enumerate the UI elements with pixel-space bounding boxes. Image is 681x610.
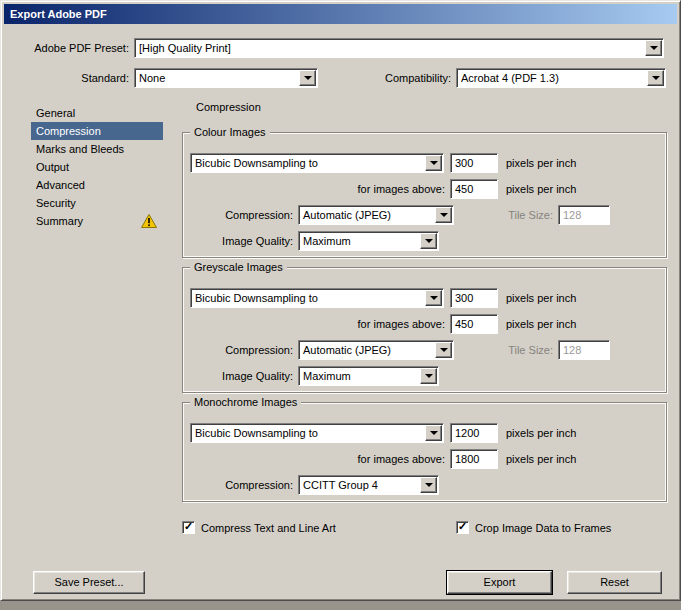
greyscale-compression-arrow-icon[interactable] [435, 342, 452, 358]
colour-above-input[interactable] [450, 179, 498, 199]
chevron-down-icon [430, 296, 438, 300]
colour-resolution-input[interactable] [450, 153, 498, 173]
greyscale-images-group: Greyscale Images Bicubic Downsampling to… [182, 267, 667, 393]
standard-dropdown-arrow-icon[interactable] [299, 70, 316, 86]
greyscale-above-input[interactable] [450, 314, 498, 334]
monochrome-above-input[interactable] [450, 449, 498, 469]
group-title: Monochrome Images [190, 395, 301, 409]
greyscale-compression-label: Compression: [188, 340, 293, 360]
standard-dropdown-value: None [135, 70, 299, 86]
compress-text-checkbox[interactable] [182, 521, 195, 534]
sidebar-item-label: Marks and Bleeds [36, 143, 124, 155]
colour-above-label: for images above: [335, 179, 445, 199]
colour-sampling-dropdown[interactable]: Bicubic Downsampling to [190, 153, 444, 173]
preset-dropdown-arrow-icon[interactable] [645, 40, 662, 56]
preset-dropdown[interactable]: [High Quality Print] [134, 38, 664, 58]
chevron-down-icon [304, 76, 312, 80]
greyscale-quality-label: Image Quality: [188, 366, 293, 386]
colour-resolution-unit: pixels per inch [506, 153, 576, 173]
sidebar-item-compression[interactable]: Compression [31, 122, 163, 140]
panel-title: Compression [196, 100, 261, 114]
greyscale-tile-size-input [558, 340, 610, 360]
compatibility-dropdown-arrow-icon[interactable] [647, 70, 664, 86]
monochrome-sampling-dropdown[interactable]: Bicubic Downsampling to [190, 423, 444, 443]
standard-dropdown[interactable]: None [134, 68, 318, 88]
colour-quality-dropdown[interactable]: Maximum [298, 231, 439, 251]
compatibility-dropdown[interactable]: Acrobat 4 (PDF 1.3) [456, 68, 666, 88]
colour-sampling-arrow-icon[interactable] [425, 155, 442, 171]
monochrome-compression-arrow-icon[interactable] [420, 477, 437, 493]
sidebar: General Compression Marks and Bleeds Out… [31, 104, 163, 230]
preset-dropdown-value: [High Quality Print] [135, 40, 645, 56]
colour-compression-dropdown[interactable]: Automatic (JPEG) [298, 205, 454, 225]
monochrome-resolution-input[interactable] [450, 423, 498, 443]
greyscale-quality-value: Maximum [299, 368, 420, 384]
sidebar-item-advanced[interactable]: Advanced [31, 176, 163, 194]
compatibility-dropdown-value: Acrobat 4 (PDF 1.3) [457, 70, 647, 86]
greyscale-above-unit: pixels per inch [506, 314, 576, 334]
sidebar-item-label: General [36, 107, 75, 119]
sidebar-item-label: Security [36, 197, 76, 209]
sidebar-item-output[interactable]: Output [31, 158, 163, 176]
save-preset-button[interactable]: Save Preset... [33, 571, 145, 594]
export-adobe-pdf-dialog: Export Adobe PDF Adobe PDF Preset: [High… [0, 0, 681, 601]
monochrome-sampling-value: Bicubic Downsampling to [191, 425, 425, 441]
chevron-down-icon [440, 348, 448, 352]
monochrome-images-group: Monochrome Images Bicubic Downsampling t… [182, 402, 667, 502]
colour-compression-label: Compression: [188, 205, 293, 225]
monochrome-above-label: for images above: [335, 449, 445, 469]
preset-label: Adobe PDF Preset: [21, 38, 129, 58]
chevron-down-icon [440, 213, 448, 217]
sidebar-item-marks-and-bleeds[interactable]: Marks and Bleeds [31, 140, 163, 158]
colour-quality-value: Maximum [299, 233, 420, 249]
chevron-down-icon [430, 161, 438, 165]
colour-quality-arrow-icon[interactable] [420, 233, 437, 249]
chevron-down-icon [425, 239, 433, 243]
chevron-down-icon [650, 46, 658, 50]
window-title: Export Adobe PDF [10, 8, 107, 20]
reset-button[interactable]: Reset [567, 571, 662, 594]
colour-above-unit: pixels per inch [506, 179, 576, 199]
greyscale-resolution-unit: pixels per inch [506, 288, 576, 308]
colour-sampling-value: Bicubic Downsampling to [191, 155, 425, 171]
warning-icon [141, 214, 157, 228]
titlebar[interactable]: Export Adobe PDF [4, 4, 677, 24]
colour-compression-arrow-icon[interactable] [435, 207, 452, 223]
greyscale-tile-size-label: Tile Size: [453, 340, 553, 360]
sidebar-item-label: Compression [36, 125, 101, 137]
colour-images-group: Colour Images Bicubic Downsampling to pi… [182, 132, 667, 258]
greyscale-sampling-value: Bicubic Downsampling to [191, 290, 425, 306]
compatibility-label: Compatibility: [361, 68, 451, 88]
sidebar-item-label: Summary [36, 215, 83, 227]
greyscale-sampling-arrow-icon[interactable] [425, 290, 442, 306]
crop-image-data-label[interactable]: Crop Image Data to Frames [475, 518, 611, 538]
sidebar-item-label: Advanced [36, 179, 85, 191]
greyscale-resolution-input[interactable] [450, 288, 498, 308]
greyscale-sampling-dropdown[interactable]: Bicubic Downsampling to [190, 288, 444, 308]
sidebar-item-general[interactable]: General [31, 104, 163, 122]
colour-tile-size-input [558, 205, 610, 225]
chevron-down-icon [425, 483, 433, 487]
greyscale-quality-dropdown[interactable]: Maximum [298, 366, 439, 386]
crop-image-data-checkbox[interactable] [456, 521, 469, 534]
group-title: Greyscale Images [190, 260, 287, 274]
sidebar-item-security[interactable]: Security [31, 194, 163, 212]
chevron-down-icon [430, 431, 438, 435]
standard-label: Standard: [21, 68, 129, 88]
sidebar-item-label: Output [36, 161, 69, 173]
chevron-down-icon [425, 374, 433, 378]
greyscale-above-label: for images above: [335, 314, 445, 334]
colour-compression-value: Automatic (JPEG) [299, 207, 435, 223]
greyscale-compression-dropdown[interactable]: Automatic (JPEG) [298, 340, 454, 360]
monochrome-compression-value: CCITT Group 4 [299, 477, 420, 493]
monochrome-resolution-unit: pixels per inch [506, 423, 576, 443]
greyscale-quality-arrow-icon[interactable] [420, 368, 437, 384]
monochrome-sampling-arrow-icon[interactable] [425, 425, 442, 441]
sidebar-item-summary[interactable]: Summary [31, 212, 163, 230]
monochrome-above-unit: pixels per inch [506, 449, 576, 469]
greyscale-compression-value: Automatic (JPEG) [299, 342, 435, 358]
compress-text-label[interactable]: Compress Text and Line Art [201, 518, 336, 538]
monochrome-compression-label: Compression: [188, 475, 293, 495]
monochrome-compression-dropdown[interactable]: CCITT Group 4 [298, 475, 439, 495]
export-button[interactable]: Export [447, 571, 552, 594]
